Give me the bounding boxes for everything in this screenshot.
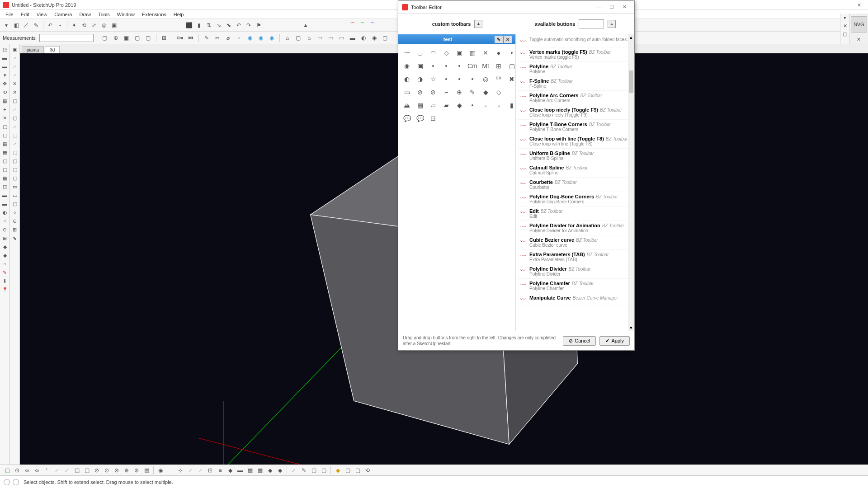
bt-17[interactable]: ⊹ [176, 466, 185, 475]
grid-icon-36[interactable]: ⛰ [401, 99, 413, 111]
available-item[interactable]: 〰Catmull SplineBZ ToolbarCatmull Spline [518, 163, 632, 178]
scene-tab-3d[interactable]: 3d [45, 46, 60, 53]
menu-draw[interactable]: Draw [75, 11, 94, 18]
available-item[interactable]: 〰Toggle automatic smoothing of auto-fold… [518, 35, 632, 47]
lt-a23[interactable]: ⊞ [0, 234, 9, 242]
bt-21[interactable]: ≡ [216, 466, 225, 475]
h9-icon[interactable]: ◉ [370, 33, 379, 42]
bt-22[interactable]: ◆ [226, 466, 235, 475]
lt-b6[interactable]: ✕ [10, 88, 19, 96]
lt-a29[interactable]: 📍 [0, 286, 9, 294]
available-item[interactable]: 〰Polyline T-Bone CornersBZ ToolbarPolyli… [518, 120, 632, 134]
grid-icon-7[interactable]: ● [493, 47, 505, 59]
grid-icon-25[interactable]: ⁹⁰ [493, 73, 505, 85]
bt-25[interactable]: ▦ [255, 466, 264, 475]
unit-cm-icon[interactable]: Cm [175, 33, 184, 42]
lt-b8[interactable]: ⟋ [10, 105, 19, 113]
bt-35[interactable]: ⟲ [363, 466, 372, 475]
lt-a17[interactable]: ◫ [0, 183, 9, 191]
lt-a1[interactable]: ◳ [0, 45, 9, 53]
bt-6[interactable]: ⟋ [52, 466, 61, 475]
lt-a7[interactable]: ▦ [0, 97, 9, 105]
available-buttons-search[interactable] [579, 19, 604, 28]
grid-icon-29[interactable]: ⊘ [427, 86, 439, 98]
grid-icon-12[interactable]: • [440, 60, 452, 72]
bt-34[interactable]: ▢ [353, 466, 362, 475]
lt-b18[interactable]: ▭ [10, 191, 19, 199]
pencil-icon[interactable]: ✎ [32, 21, 41, 30]
lt-a15[interactable]: ▢ [0, 165, 9, 174]
bt-9[interactable]: ◫ [82, 466, 91, 475]
menu-tools[interactable]: Tools [94, 11, 113, 18]
lt-b16[interactable]: ▢ [10, 174, 19, 182]
sb-icon-1[interactable] [4, 479, 10, 485]
lt-b10[interactable]: ⟋ [10, 122, 19, 131]
available-item[interactable]: 〰Polyline Divider for AnimationBZ Toolba… [518, 221, 632, 235]
re-2[interactable]: ✕ [840, 22, 849, 30]
bt-18[interactable]: ⟋ [186, 466, 195, 475]
arc2-icon[interactable]: ⌒ [358, 21, 367, 30]
shape-icon[interactable]: ▪ [56, 21, 65, 30]
custom-toolbar-icons[interactable]: 〰◡◠◇▣▦✕●•◉▣•••CmMt⊞▢◐◑☆•••◎⁹⁰✖▭⊘⊘⌐⊕✎◆◇⛰▤… [398, 44, 515, 127]
h1-icon[interactable]: ⌂ [283, 33, 292, 42]
lt-a11[interactable]: ▢ [0, 131, 9, 139]
menu-file[interactable]: File [2, 11, 17, 18]
available-item[interactable]: 〰Polyline Arc CornersBZ ToolbarPolyline … [518, 91, 632, 105]
cancel-button[interactable]: ⊘Cancel [563, 336, 596, 346]
add-available-button[interactable]: + [608, 20, 616, 28]
t2-icon[interactable]: ✂ [213, 33, 222, 42]
unit-mt-icon[interactable]: Mt [186, 33, 195, 42]
available-item[interactable]: 〰Manipulate CurveBezier Curve Manager [518, 293, 632, 305]
bt-27[interactable]: ◆ [275, 466, 284, 475]
lt-b20[interactable]: ○ [10, 208, 19, 216]
box3-icon[interactable]: ▣ [122, 33, 131, 42]
lt-b22[interactable]: ⊞ [10, 225, 19, 234]
grid-icon-2[interactable]: ◠ [427, 47, 439, 59]
bt-4[interactable]: ∞ [33, 466, 42, 475]
grid-icon-1[interactable]: ◡ [414, 47, 426, 59]
available-item[interactable]: 〰Polyline DividerBZ ToolbarPolyline Divi… [518, 264, 632, 279]
available-item[interactable]: 〰Vertex marks (toggle F5)BZ ToolbarVerte… [518, 47, 632, 62]
menu-camera[interactable]: Camera [51, 11, 75, 18]
grid-icon-14[interactable]: Cm [467, 60, 478, 72]
lt-a24[interactable]: ◆ [0, 243, 9, 251]
menu-help[interactable]: Help [170, 11, 188, 18]
lt-b21[interactable]: ⊙ [10, 217, 19, 225]
available-item[interactable]: 〰Polyline ChamferBZ ToolbarPolyline Cham… [518, 279, 632, 293]
grid-icon-27[interactable]: ▭ [401, 86, 413, 98]
view4-icon[interactable]: ↘ [214, 21, 223, 30]
lt-b15[interactable]: ⬚ [10, 165, 19, 174]
lt-a8[interactable]: + [0, 105, 9, 113]
bt-33[interactable]: ▢ [343, 466, 352, 475]
h4-icon[interactable]: ▭ [316, 33, 325, 42]
grid-icon-42[interactable]: ▫ [480, 99, 491, 111]
grid-icon-51[interactable] [480, 113, 491, 124]
h5-icon[interactable]: ▭ [326, 33, 335, 42]
edit-toolbar-button[interactable]: ✎ [495, 36, 503, 43]
bt-11[interactable]: ⊙ [102, 466, 111, 475]
h8-icon[interactable]: ◐ [359, 33, 368, 42]
grid-icon[interactable]: ⊞ [160, 33, 169, 42]
lt-b11[interactable]: ⬚ [10, 131, 19, 139]
box4-icon[interactable]: ▢ [133, 33, 142, 42]
lt-b5[interactable]: ✕ [10, 80, 19, 88]
available-item[interactable]: 〰PolylineBZ ToolbarPolyline [518, 62, 632, 76]
t6-icon[interactable]: ◉ [256, 33, 265, 42]
lt-a21[interactable]: ○ [0, 217, 9, 225]
lt-b9[interactable]: ▢ [10, 114, 19, 122]
grid-icon-9[interactable]: ◉ [401, 60, 413, 72]
lt-b13[interactable]: ⬚ [10, 148, 19, 156]
available-item[interactable]: 〰Cubic Bezier curveBZ ToolbarCubic Bezie… [518, 235, 632, 250]
lt-a6[interactable]: ⟲ [0, 88, 9, 96]
line-icon[interactable]: ／ [22, 21, 31, 30]
view5-icon[interactable]: ⬊ [224, 21, 233, 30]
grid-icon-46[interactable]: 💬 [414, 113, 426, 124]
bt-28[interactable]: ⟋ [289, 466, 298, 475]
dialog-close-button[interactable]: ✕ [618, 3, 631, 12]
lt-a2[interactable]: ▬ [0, 54, 9, 62]
available-item[interactable]: 〰Extra Parameters (TAB)BZ ToolbarExtra P… [518, 250, 632, 264]
eraser-icon[interactable]: ◧ [12, 21, 21, 30]
t3-icon[interactable]: ⌀ [224, 33, 233, 42]
grid-icon-21[interactable]: • [440, 73, 452, 85]
grid-icon-45[interactable]: 💬 [401, 113, 413, 124]
